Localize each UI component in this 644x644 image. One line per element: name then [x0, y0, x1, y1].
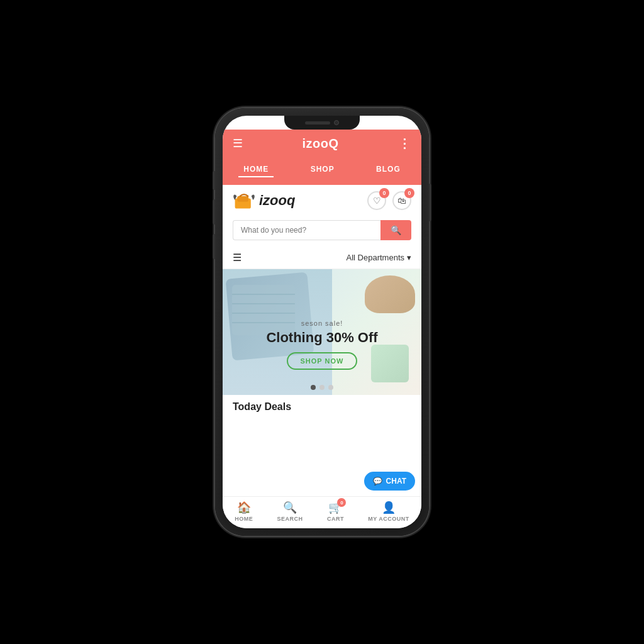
cart-badge: 0 [404, 188, 414, 198]
banner-title: Clothing 30% Off [223, 330, 421, 346]
shop-now-button[interactable]: SHOP NOW [287, 352, 358, 370]
chat-button[interactable]: 💬 CHAT [364, 472, 415, 491]
nav-shop[interactable]: SHOP [306, 162, 340, 177]
front-camera [334, 120, 339, 125]
wishlist-icon-wrap[interactable]: ♡ 0 [367, 191, 386, 210]
today-deals-title: Today Deals [233, 401, 291, 413]
logo-bag-icon [233, 191, 255, 210]
phone-notch [284, 116, 360, 130]
tab-cart[interactable]: 🛒 0 CART [327, 501, 344, 522]
phone-frame: ☰ izooQ ⋮ HOME SHOP BLOG [215, 108, 429, 536]
logo-row: izooq ♡ 0 🛍 0 [223, 185, 421, 216]
today-deals-row: Today Deals [223, 395, 421, 416]
tab-cart-wrap: 🛒 0 [328, 501, 342, 514]
nav-blog[interactable]: BLOG [371, 162, 406, 177]
departments-row: ☰ All Departments ▾ [223, 247, 421, 269]
account-tab-icon: 👤 [382, 501, 396, 514]
banner-dots [311, 385, 333, 390]
search-input[interactable] [233, 220, 380, 240]
app-content: ☰ izooQ ⋮ HOME SHOP BLOG [223, 116, 421, 528]
departments-label: All Departments [347, 253, 404, 262]
search-tab-icon: 🔍 [283, 501, 297, 514]
tab-search[interactable]: 🔍 SEARCH [277, 501, 303, 522]
banner-subtitle: seson sale! [223, 319, 421, 327]
header-icons: ♡ 0 🛍 0 [367, 191, 411, 210]
cart-tab-badge: 0 [337, 498, 346, 507]
banner-dot-1[interactable] [311, 385, 316, 390]
wishlist-badge: 0 [379, 188, 389, 198]
svg-rect-1 [237, 196, 248, 202]
banner-dot-2[interactable] [319, 385, 325, 390]
hat-shape [365, 275, 415, 313]
cart-tab-label: CART [327, 516, 344, 522]
volume-up-button [213, 199, 215, 225]
chat-icon: 💬 [373, 477, 382, 486]
top-navbar: ☰ izooQ ⋮ [223, 130, 421, 157]
logo-area[interactable]: izooq [233, 191, 295, 210]
mute-button [213, 171, 215, 190]
chat-label: CHAT [386, 477, 406, 486]
more-options-icon[interactable]: ⋮ [398, 136, 411, 151]
tab-account[interactable]: 👤 MY ACCOUNT [368, 501, 409, 522]
cart-icon-wrap[interactable]: 🛍 0 [392, 191, 411, 210]
home-tab-icon: 🏠 [237, 501, 251, 514]
brand-title: izooQ [302, 136, 338, 151]
chevron-down-icon: ▾ [407, 253, 411, 262]
departments-selector[interactable]: All Departments ▾ [347, 253, 411, 262]
banner-dot-3[interactable] [328, 385, 333, 390]
logo-text: izooq [259, 192, 295, 209]
power-button [429, 184, 431, 221]
bottom-tab-bar: 🏠 HOME 🔍 SEARCH 🛒 0 CART 👤 MY ACCOUN [223, 496, 421, 528]
dept-hamburger-icon[interactable]: ☰ [233, 252, 242, 264]
hero-banner: seson sale! Clothing 30% Off SHOP NOW [223, 269, 421, 395]
hamburger-menu-icon[interactable]: ☰ [233, 136, 243, 150]
search-bar: 🔍 [223, 216, 421, 247]
search-tab-label: SEARCH [277, 516, 303, 522]
volume-down-button [213, 234, 215, 259]
speaker [305, 121, 330, 125]
tab-home[interactable]: 🏠 HOME [235, 501, 253, 522]
account-tab-label: MY ACCOUNT [368, 516, 409, 522]
home-tab-label: HOME [235, 516, 253, 522]
nav-home[interactable]: HOME [238, 162, 274, 177]
banner-text-area: seson sale! Clothing 30% Off SHOP NOW [223, 319, 421, 370]
phone-screen: ☰ izooQ ⋮ HOME SHOP BLOG [223, 116, 421, 528]
nav-menu: HOME SHOP BLOG [223, 157, 421, 185]
search-button[interactable]: 🔍 [380, 220, 411, 240]
